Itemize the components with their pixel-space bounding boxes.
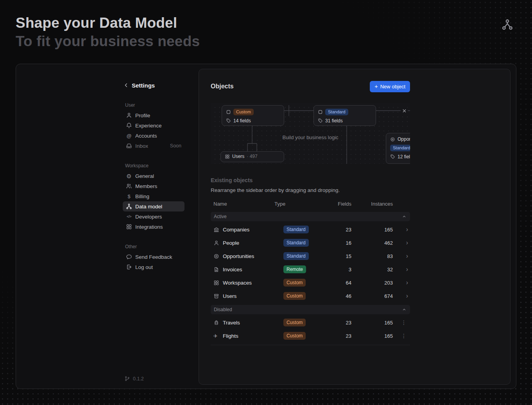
sidebar-item-label: Integrations [135, 224, 163, 230]
soon-badge: Soon [170, 143, 181, 149]
instances-value: 165 [351, 227, 393, 233]
chevron-up-icon [402, 214, 407, 219]
instances-value: 203 [351, 280, 393, 286]
table-row-travels[interactable]: Travels Custom 23 165 ⋮ [211, 316, 410, 329]
row-menu-icon[interactable]: ⋮ [393, 320, 410, 325]
group-label: Disabled [214, 307, 232, 312]
instances-value: 32 [351, 267, 393, 272]
sidebar-item-inbox[interactable]: Inbox Soon [123, 141, 184, 151]
objects-panel: Objects + New object [199, 69, 511, 385]
settings-sidebar: Settings User Profile Experience @ Accou… [123, 64, 184, 389]
chevron-up-icon [402, 307, 407, 312]
instances-value: 462 [351, 240, 393, 246]
building-icon [211, 227, 223, 233]
sidebar-item-label: Log out [135, 264, 153, 270]
dollar-icon: $ [126, 193, 132, 199]
tag-icon [318, 118, 323, 123]
table-row-flights[interactable]: ✈ Flights Custom 23 165 ⋮ [211, 329, 410, 342]
fields-count: 14 fields [233, 118, 251, 124]
chevron-right-icon[interactable]: › [393, 226, 410, 233]
new-object-button[interactable]: + New object [370, 81, 410, 92]
table-row-invoices[interactable]: Invoices Remote 3 32 › [211, 263, 410, 276]
sidebar-item-accounts[interactable]: @ Accounts [123, 131, 184, 141]
sidebar-item-label: Developers [135, 214, 162, 220]
canvas-node-custom[interactable]: Custom 14 fields [222, 105, 284, 126]
table-row-users[interactable]: Users Custom 46 674 › [211, 289, 410, 303]
object-name: Travels [223, 320, 274, 326]
node-count: · 497 [247, 154, 257, 159]
suitcase-icon [211, 320, 223, 326]
object-name: Invoices [223, 267, 274, 272]
table-row-people[interactable]: People Standard 16 462 › [211, 236, 410, 249]
fields-value: 23 [321, 333, 351, 339]
section-label-other: Other [123, 243, 184, 250]
sidebar-item-integrations[interactable]: Integrations [123, 222, 184, 232]
table-row-workspaces[interactable]: Workspaces Custom 64 203 › [211, 276, 410, 289]
close-icon[interactable] [401, 107, 408, 114]
chevron-right-icon[interactable]: › [393, 240, 410, 246]
canvas-caption: Build your business logic [282, 134, 338, 140]
grid-icon [211, 280, 223, 286]
chevron-right-icon[interactable]: › [393, 266, 410, 272]
sidebar-item-log-out[interactable]: Log out [123, 262, 184, 272]
chat-bubble-icon [126, 254, 132, 260]
type-badge: Standard [283, 252, 309, 260]
sidebar-item-label: Data model [135, 204, 162, 210]
fields-value: 46 [321, 293, 351, 299]
fields-value: 64 [321, 280, 351, 286]
plane-icon: ✈ [211, 333, 223, 339]
invoice-icon [211, 267, 223, 272]
sidebar-item-billing[interactable]: $ Billing [123, 191, 184, 201]
object-shape-icon [318, 109, 323, 115]
target-icon [211, 253, 223, 259]
sidebar-item-send-feedback[interactable]: Send Feedback [123, 252, 184, 262]
plus-icon: + [374, 84, 378, 90]
object-name: Flights [223, 333, 274, 339]
table-row-opportunities[interactable]: Opportunities Standard 15 83 › [211, 249, 410, 263]
fields-value: 23 [321, 320, 351, 326]
object-shape-icon [226, 109, 231, 115]
object-name: Opportunities [223, 253, 274, 259]
instances-value: 674 [351, 293, 393, 299]
settings-back-button[interactable]: Settings [123, 80, 184, 90]
instances-value: 83 [351, 253, 393, 259]
existing-objects-section: Existing objects Rearrange the sidebar o… [211, 177, 410, 345]
objects-table: Name Type Fields Instances Active [211, 198, 410, 345]
grid-icon [126, 224, 132, 230]
column-name: Name [211, 201, 274, 207]
gear-icon: ⚙ [126, 173, 132, 179]
fields-count: 31 fields [325, 118, 343, 124]
sidebar-item-general[interactable]: ⚙ General [123, 171, 184, 181]
chevron-right-icon[interactable]: › [393, 253, 410, 259]
sidebar-item-label: Accounts [135, 133, 157, 139]
chevron-right-icon[interactable]: › [393, 293, 410, 299]
group-header-disabled[interactable]: Disabled [211, 305, 410, 314]
chevron-right-icon[interactable]: › [393, 280, 410, 286]
existing-objects-description: Rearrange the sidebar order by dragging … [211, 187, 410, 193]
sidebar-item-label: Experience [135, 123, 162, 129]
tag-icon [390, 154, 395, 159]
type-badge: Standard [325, 109, 348, 115]
group-header-active[interactable]: Active [211, 212, 410, 221]
row-menu-icon[interactable]: ⋮ [393, 333, 410, 339]
canvas-node-standard[interactable]: Standard 31 fields [313, 105, 376, 126]
sidebar-item-developers[interactable]: </> Developers [123, 211, 184, 222]
sidebar-item-label: Inbox [135, 143, 148, 149]
column-type: Type [274, 201, 321, 207]
fields-value: 23 [321, 227, 351, 233]
sidebar-item-experience[interactable]: Experience [123, 120, 184, 131]
new-object-label: New object [380, 84, 405, 90]
object-name: Workspaces [223, 280, 274, 286]
sidebar-item-profile[interactable]: Profile [123, 110, 184, 120]
app-version: 0.1.2 [124, 376, 144, 382]
table-row-companies[interactable]: Companies Standard 23 165 › [211, 223, 410, 236]
sidebar-item-members[interactable]: Members [123, 181, 184, 191]
chevron-left-icon [124, 82, 129, 88]
column-fields: Fields [321, 201, 351, 207]
canvas-node-opportunities[interactable]: Opportunities Standard 12 fields [386, 133, 410, 164]
sidebar-item-data-model[interactable]: Data model [123, 201, 184, 211]
type-badge: Custom [283, 292, 306, 300]
tag-icon [226, 118, 231, 123]
code-icon: </> [126, 213, 132, 220]
canvas-node-users[interactable]: Users · 497 [220, 151, 284, 162]
